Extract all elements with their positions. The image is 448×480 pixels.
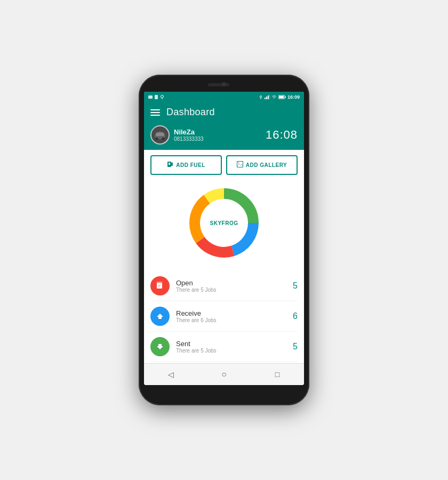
main-content: ADD FUEL ADD GALLERY xyxy=(144,150,304,363)
open-job-icon xyxy=(150,276,170,295)
svg-point-2 xyxy=(161,95,164,98)
svg-rect-18 xyxy=(156,133,164,136)
add-gallery-label: ADD GALLERY xyxy=(246,162,287,168)
add-fuel-button[interactable]: ADD FUEL xyxy=(150,155,222,175)
bottom-navigation: ◁ ○ □ xyxy=(144,363,304,385)
user-phone: 0813333333 xyxy=(174,136,204,142)
chart-container: SKYFROG xyxy=(144,180,304,271)
job-list: Open There are 5 Jobs 5 Receive There ar… xyxy=(144,271,304,362)
action-buttons: ADD FUEL ADD GALLERY xyxy=(144,150,304,180)
svg-point-16 xyxy=(156,138,158,140)
home-icon: ○ xyxy=(221,370,227,379)
svg-rect-29 xyxy=(158,286,160,286)
app-bar-title: Dashboard xyxy=(166,107,215,118)
back-button[interactable]: ◁ xyxy=(163,367,178,382)
signal-icon xyxy=(265,95,270,99)
list-item[interactable]: Sent There are 5 Jobs 5 xyxy=(150,332,298,362)
user-name: NileZa xyxy=(174,128,204,136)
gallery-icon xyxy=(237,161,243,169)
svg-rect-12 xyxy=(285,97,286,98)
list-item[interactable]: Open There are 5 Jobs 5 xyxy=(150,271,298,301)
receive-job-title: Receive xyxy=(176,309,286,317)
user-details: NileZa 0813333333 xyxy=(174,128,204,142)
status-left-icons xyxy=(148,95,164,99)
user-bar: NileZa 0813333333 16:08 xyxy=(144,122,304,150)
status-bar: 16:09 xyxy=(144,92,304,102)
svg-point-25 xyxy=(238,162,239,163)
hamburger-menu-icon[interactable] xyxy=(150,109,160,116)
phone-device: 16:09 Dashboard xyxy=(139,75,309,405)
recent-icon: □ xyxy=(275,370,279,379)
recents-button[interactable]: □ xyxy=(270,367,285,382)
back-icon: ◁ xyxy=(168,370,174,379)
sent-job-text: Sent There are 5 Jobs xyxy=(176,340,286,354)
svg-marker-30 xyxy=(157,314,163,319)
svg-point-4 xyxy=(260,96,261,98)
app-bar: Dashboard xyxy=(144,102,304,122)
status-time: 16:09 xyxy=(287,94,300,100)
phone-speaker xyxy=(208,83,229,86)
svg-rect-9 xyxy=(269,95,270,99)
receive-job-subtitle: There are 6 Jobs xyxy=(176,317,286,323)
photo-icon xyxy=(148,95,153,99)
sim-icon xyxy=(155,95,158,99)
open-job-text: Open There are 5 Jobs xyxy=(176,279,286,293)
svg-marker-31 xyxy=(157,344,163,349)
sent-job-count: 5 xyxy=(293,342,298,351)
svg-rect-8 xyxy=(268,95,269,99)
svg-rect-11 xyxy=(279,96,284,98)
svg-rect-1 xyxy=(155,95,158,99)
phone-screen: 16:09 Dashboard xyxy=(144,92,304,385)
location-icon xyxy=(259,95,263,99)
home-button[interactable]: ○ xyxy=(217,367,231,382)
svg-rect-20 xyxy=(169,163,170,165)
fuel-icon xyxy=(167,161,173,170)
phone-camera xyxy=(222,82,226,86)
avatar-image xyxy=(151,126,169,143)
add-gallery-button[interactable]: ADD GALLERY xyxy=(226,155,298,175)
fuel-pump-icon xyxy=(167,161,173,168)
user-time: 16:08 xyxy=(266,128,298,142)
wifi-icon xyxy=(271,95,277,99)
svg-rect-22 xyxy=(172,162,172,164)
svg-rect-27 xyxy=(157,282,162,283)
donut-chart: SKYFROG xyxy=(187,186,261,260)
pin-icon xyxy=(160,95,164,99)
inbox-icon xyxy=(155,311,165,321)
battery-icon xyxy=(278,95,286,99)
open-job-title: Open xyxy=(176,279,286,287)
open-job-subtitle: There are 5 Jobs xyxy=(176,287,286,293)
send-icon xyxy=(155,342,165,351)
sent-job-icon xyxy=(150,337,170,356)
status-right-icons: 16:09 xyxy=(259,94,300,100)
svg-rect-6 xyxy=(265,98,266,99)
svg-rect-7 xyxy=(266,97,267,99)
svg-point-17 xyxy=(162,138,165,140)
svg-rect-0 xyxy=(148,95,153,99)
receive-job-count: 6 xyxy=(293,311,298,321)
list-item[interactable]: Receive There are 6 Jobs 6 xyxy=(150,301,298,332)
open-job-count: 5 xyxy=(293,281,298,291)
donut-center-label: SKYFROG xyxy=(210,220,238,226)
avatar xyxy=(150,125,170,145)
phone-top-bar xyxy=(144,80,304,92)
sent-job-subtitle: There are 5 Jobs xyxy=(176,348,286,354)
user-info: NileZa 0813333333 xyxy=(150,125,204,145)
image-icon xyxy=(237,161,243,167)
svg-rect-28 xyxy=(158,285,161,285)
sent-job-title: Sent xyxy=(176,340,286,348)
receive-job-text: Receive There are 6 Jobs xyxy=(176,309,286,323)
receive-job-icon xyxy=(150,307,170,326)
document-icon xyxy=(155,281,165,291)
add-fuel-label: ADD FUEL xyxy=(176,162,205,168)
phone-bottom-bar xyxy=(144,385,304,400)
